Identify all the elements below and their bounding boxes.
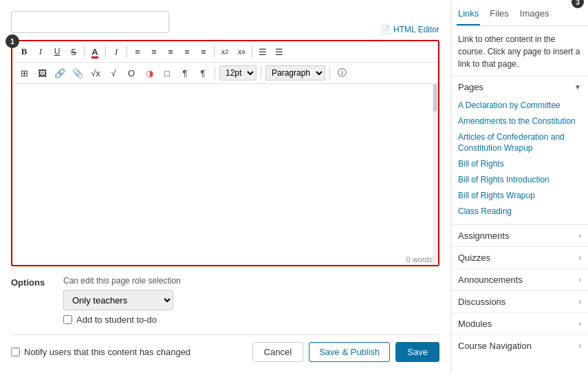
page-link-5[interactable]: Bill of Rights Wrapup [458, 188, 581, 204]
toolbar-row1: B I U S̶ A I ≡ ≡ ≡ ≡ ≡ x2 xa ☰ ☰ [12, 41, 438, 63]
discussions-chevron: › [579, 298, 581, 306]
sidebar-badge: 3 [571, 0, 584, 8]
tab-links[interactable]: Links [457, 6, 480, 25]
announcements-chevron: › [579, 276, 581, 284]
options-row: Options Can edit this page role selectio… [11, 273, 439, 328]
sidebar-tabs: Links Files Images 3 [451, 0, 588, 26]
sidebar-section-pages: Pages ▼ A Declaration by Committee Amend… [451, 76, 588, 224]
math-button[interactable]: √x [88, 65, 103, 81]
html-editor-label: HTML Editor [393, 25, 439, 34]
font-size-select[interactable]: 12pt 14pt 18pt [219, 65, 257, 81]
indent-button[interactable]: ≡ [196, 44, 211, 59]
add-todo-row: Add to student to-do [63, 315, 181, 325]
tab-images[interactable]: Images [519, 6, 551, 25]
separator7 [261, 67, 261, 79]
image-button[interactable]: 🖼 [34, 65, 50, 81]
editor-scrollbar[interactable] [433, 84, 438, 265]
discussions-section-header[interactable]: Discussions › [451, 291, 588, 312]
sidebar: Links Files Images 3 Link to other conte… [450, 0, 588, 373]
separator6 [215, 67, 215, 79]
page-link-1[interactable]: Amendments to the Constitution [458, 114, 581, 129]
html-editor-button[interactable]: 📄 HTML Editor [380, 25, 439, 34]
modules-section-header[interactable]: Modules › [451, 313, 588, 334]
separator3 [127, 45, 127, 58]
paragraph-select[interactable]: Paragraph Heading 1 Heading 2 [265, 65, 325, 81]
media-button[interactable]: 📎 [70, 65, 85, 81]
notify-label: Notify users that this content has chang… [24, 347, 190, 357]
separator5 [252, 45, 252, 58]
modules-chevron: › [579, 320, 581, 328]
options-label: Options [11, 276, 52, 288]
ordered-list-button[interactable]: ☰ [272, 44, 287, 59]
editor-body[interactable]: 0 words [12, 84, 438, 265]
sidebar-section-discussions: Discussions › [451, 290, 588, 312]
quizzes-section-header[interactable]: Quizzes › [451, 247, 588, 268]
word-count: 0 words [406, 255, 433, 264]
font-color-button[interactable]: A [87, 44, 102, 59]
color-button[interactable]: ◑ [142, 65, 157, 81]
options-content: Can edit this page role selection Only t… [63, 276, 181, 325]
separator8 [329, 67, 330, 79]
assignments-section-header[interactable]: Assignments › [451, 225, 588, 246]
role-select[interactable]: Only teachers Teachers and Students Anyo… [63, 290, 173, 310]
pages-chevron: ▼ [574, 83, 581, 91]
underline-button[interactable]: U [50, 44, 65, 59]
italic2-button[interactable]: I [109, 44, 124, 59]
align-center-button[interactable]: ≡ [146, 44, 162, 59]
table-button[interactable]: ⊞ [17, 65, 32, 81]
sidebar-section-modules: Modules › [451, 312, 588, 334]
sidebar-section-assignments: Assignments › [451, 224, 588, 246]
italic-button[interactable]: I [33, 44, 48, 59]
add-todo-checkbox[interactable] [63, 315, 72, 324]
editor-container: 1 B I U S̶ A I ≡ ≡ ≡ ≡ ≡ x2 xa [11, 40, 439, 266]
bold-button[interactable]: B [17, 44, 32, 59]
format-button[interactable]: ¶ [177, 65, 193, 81]
superscript-button[interactable]: x2 [217, 44, 232, 59]
notify-checkbox[interactable] [11, 348, 20, 356]
role-description: Can edit this page role selection [63, 276, 181, 286]
main-area: 📄 HTML Editor 1 B I U S̶ A I ≡ ≡ ≡ ≡ [0, 0, 450, 373]
pages-section-header[interactable]: Pages ▼ [451, 76, 588, 98]
toolbar-row2: ⊞ 🖼 🔗 📎 √x √ O ◑ □ ¶ ¶ 12pt 14pt 18pt [12, 63, 438, 84]
course-nav-chevron: › [579, 342, 581, 350]
page-link-2[interactable]: Articles of Confederation and Constituti… [458, 129, 581, 157]
footer-buttons: Cancel Save & Publish Save [252, 342, 439, 362]
page-link-3[interactable]: Bill of Rights [458, 156, 581, 172]
page-link-0[interactable]: A Declaration by Committee [458, 98, 581, 114]
unordered-list-button[interactable]: ☰ [255, 44, 270, 59]
pages-list: A Declaration by Committee Amendments to… [451, 98, 588, 224]
align-justify-button[interactable]: ≡ [179, 44, 195, 59]
sidebar-section-course-nav: Course Navigation › [451, 334, 588, 356]
separator1 [84, 45, 85, 58]
footer-row: Notify users that this content has chang… [11, 334, 439, 362]
equation-button[interactable]: √ [106, 65, 121, 81]
add-todo-label: Add to student to-do [76, 315, 157, 325]
align-left-button[interactable]: ≡ [130, 44, 145, 59]
editor-wrapper: 📄 HTML Editor 1 B I U S̶ A I ≡ ≡ ≡ ≡ [11, 40, 439, 266]
title-input[interactable] [11, 11, 169, 33]
page-link-6[interactable]: Class Reading [458, 204, 581, 220]
subscript-button[interactable]: xa [234, 44, 249, 59]
embed-button[interactable]: □ [160, 65, 175, 81]
link-button[interactable]: 🔗 [52, 65, 67, 81]
announcements-section-header[interactable]: Announcements › [451, 269, 588, 290]
scrollbar-thumb [433, 84, 437, 111]
page-link-4[interactable]: Bill of Rights Introduction [458, 172, 581, 188]
course-nav-section-header[interactable]: Course Navigation › [451, 335, 588, 356]
tab-files[interactable]: Files [488, 6, 510, 25]
align-right-button[interactable]: ≡ [163, 44, 178, 59]
format2-button[interactable]: ¶ [195, 65, 210, 81]
save-publish-button[interactable]: Save & Publish [309, 342, 390, 362]
cancel-button[interactable]: Cancel [252, 342, 303, 362]
office-button[interactable]: O [124, 65, 139, 81]
strikethrough-button[interactable]: S̶ [66, 44, 81, 59]
editor-badge: 1 [6, 34, 19, 48]
sidebar-section-announcements: Announcements › [451, 268, 588, 290]
separator4 [214, 45, 215, 58]
accessibility-button[interactable]: ⓘ [334, 65, 349, 81]
assignments-chevron: › [579, 232, 581, 239]
quizzes-chevron: › [579, 254, 581, 262]
sidebar-section-quizzes: Quizzes › [451, 246, 588, 268]
separator2 [105, 45, 106, 58]
save-button[interactable]: Save [395, 342, 439, 362]
